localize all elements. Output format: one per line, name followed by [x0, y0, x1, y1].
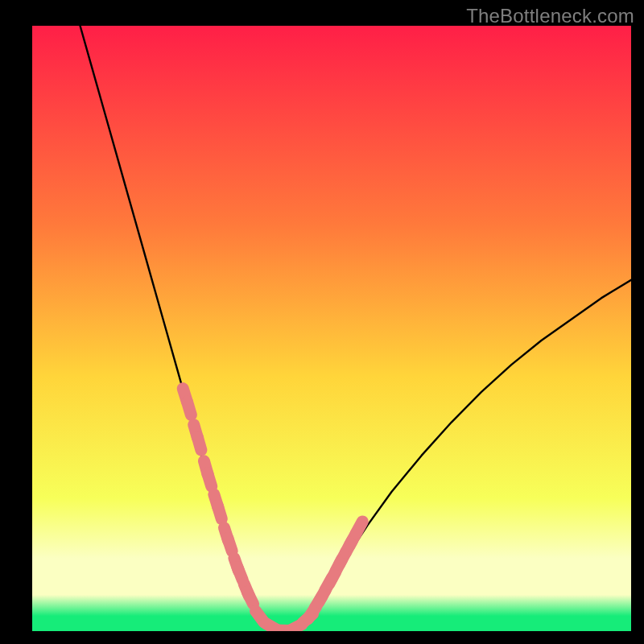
gradient-background [32, 26, 631, 631]
marker-point [356, 522, 362, 534]
marker-point [247, 592, 254, 604]
marker-point [188, 402, 192, 415]
marker-point [228, 538, 232, 551]
bottleneck-chart [32, 26, 631, 631]
marker-point [208, 473, 212, 486]
chart-frame: TheBottleneck.com [0, 0, 644, 644]
marker-point [217, 506, 221, 518]
watermark-text: TheBottleneck.com [466, 5, 634, 27]
marker-point [197, 437, 201, 450]
